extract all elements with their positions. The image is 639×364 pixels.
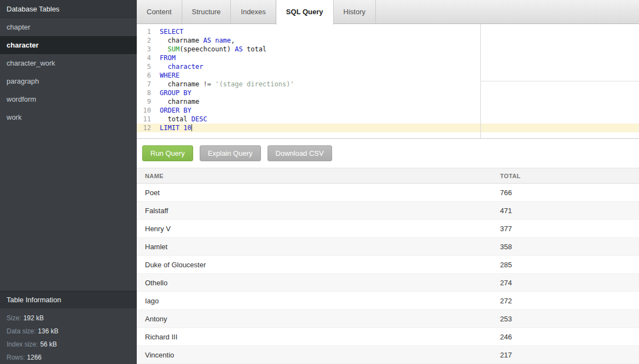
cell-total: 766 — [492, 184, 639, 202]
line-number: 2 — [137, 36, 156, 45]
sidebar: Database Tables chaptercharactercharacte… — [0, 0, 137, 364]
table-row[interactable]: Poet766 — [137, 184, 639, 202]
tab-history[interactable]: History — [334, 0, 376, 24]
editor-line-4[interactable]: 4FROM — [137, 54, 639, 62]
token-kw: WHERE — [160, 72, 179, 79]
column-header-total[interactable]: TOTAL — [492, 168, 639, 184]
tab-indexes[interactable]: Indexes — [231, 0, 276, 24]
token-pl: charname — [160, 37, 203, 44]
table-row[interactable]: Othello274 — [137, 274, 639, 292]
info-label: Rows: — [7, 354, 25, 361]
info-label: Data size: — [7, 327, 36, 335]
line-number: 12 — [137, 124, 156, 132]
line-code: charname != '(stage directions)' — [156, 80, 294, 89]
cell-total: 285 — [492, 256, 639, 274]
explain-query-button[interactable]: Explain Query — [200, 145, 261, 161]
sidebar-spacer — [0, 126, 137, 291]
token-kw: LIMIT — [160, 124, 179, 132]
editor-line-2[interactable]: 2 charname AS name, — [137, 36, 639, 45]
token-pl — [160, 45, 167, 53]
editor-line-10[interactable]: 10ORDER BY — [137, 106, 639, 115]
line-code: charname AS name, — [156, 36, 235, 45]
info-label: Size: — [7, 314, 21, 322]
column-header-name[interactable]: NAME — [137, 168, 492, 184]
sidebar-item-paragraph[interactable]: paragraph — [0, 72, 137, 90]
cell-total: 272 — [492, 292, 639, 310]
token-pl: charname — [160, 98, 199, 105]
tab-bar: ContentStructureIndexesSQL QueryHistory — [137, 0, 639, 24]
sql-editor[interactable]: 1SELECT2 charname AS name,3 SUM(speechco… — [137, 24, 639, 139]
token-op: != — [203, 80, 211, 88]
line-code: WHERE — [156, 71, 179, 80]
sidebar-item-character-work[interactable]: character_work — [0, 54, 137, 72]
table-row[interactable]: Hamlet358 — [137, 238, 639, 256]
tab-structure[interactable]: Structure — [182, 0, 231, 24]
cell-name: Antony — [137, 310, 492, 328]
cell-total: 358 — [492, 238, 639, 256]
cell-total: 246 — [492, 328, 639, 346]
line-code: SUM(speechcount) AS total — [156, 45, 266, 54]
cell-total: 377 — [492, 220, 639, 238]
run-query-button[interactable]: Run Query — [142, 145, 193, 161]
token-str: '(stage directions)' — [215, 80, 294, 88]
sidebar-item-work[interactable]: work — [0, 108, 137, 126]
table-row[interactable]: Iago272 — [137, 292, 639, 310]
sidebar-item-character[interactable]: character — [0, 36, 137, 54]
download-csv-button[interactable]: Download CSV — [268, 145, 332, 161]
line-code: character — [156, 62, 203, 71]
tab-content[interactable]: Content — [137, 0, 182, 24]
cell-name: Henry V — [137, 220, 492, 238]
token-kw: character — [167, 63, 203, 71]
editor-line-11[interactable]: 11 total DESC — [137, 115, 639, 124]
editor-line-3[interactable]: 3 SUM(speechcount) AS total — [137, 45, 639, 54]
editor-line-6[interactable]: 6WHERE — [137, 71, 639, 80]
sidebar-item-chapter[interactable]: chapter — [0, 18, 137, 36]
token-kw: name — [215, 37, 231, 44]
token-pl: (speechcount) — [179, 45, 235, 53]
info-value: 136 kB — [38, 327, 58, 335]
sidebar-item-wordform[interactable]: wordform — [0, 90, 137, 108]
table-row[interactable]: Falstaff471 — [137, 202, 639, 220]
token-kw: ORDER BY — [160, 107, 191, 114]
line-code: total DESC — [156, 115, 207, 124]
line-code: FROM — [156, 54, 176, 62]
token-kw: DESC — [191, 115, 207, 123]
cell-total: 217 — [492, 346, 639, 364]
info-row-index-size-: Index size:56 kB — [7, 338, 130, 351]
info-value: 56 kB — [40, 340, 57, 348]
cell-total: 471 — [492, 202, 639, 220]
table-list: chaptercharactercharacter_workparagraphw… — [0, 18, 137, 126]
tab-sql-query[interactable]: SQL Query — [276, 0, 334, 25]
line-code: GROUP BY — [156, 89, 191, 97]
table-row[interactable]: Antony253 — [137, 310, 639, 328]
cell-name: Falstaff — [137, 202, 492, 220]
line-code: ORDER BY — [156, 106, 191, 115]
token-pl: charname — [160, 80, 203, 88]
line-number: 8 — [137, 89, 156, 97]
cell-total: 274 — [492, 274, 639, 292]
token-pl — [160, 63, 167, 71]
cell-name: Hamlet — [137, 238, 492, 256]
cell-total: 253 — [492, 310, 639, 328]
table-row[interactable]: Duke of Gloucester285 — [137, 256, 639, 274]
editor-line-8[interactable]: 8GROUP BY — [137, 89, 639, 97]
line-number: 10 — [137, 106, 156, 115]
editor-line-1[interactable]: 1SELECT — [137, 27, 639, 36]
line-code: SELECT — [156, 27, 183, 36]
cell-name: Poet — [137, 184, 492, 202]
table-row[interactable]: Richard III246 — [137, 328, 639, 346]
info-row-data-size-: Data size:136 kB — [7, 325, 130, 338]
table-row[interactable]: Vincentio217 — [137, 346, 639, 364]
editor-divider-line — [480, 81, 639, 81]
line-number: 9 — [137, 97, 156, 106]
text-cursor — [191, 124, 192, 131]
sidebar-header: Database Tables — [0, 0, 137, 18]
editor-line-5[interactable]: 5 character — [137, 62, 639, 71]
line-number: 4 — [137, 54, 156, 62]
table-information-header: Table Information — [0, 291, 137, 308]
token-kw: SELECT — [160, 28, 183, 36]
cell-name: Othello — [137, 274, 492, 292]
editor-line-12[interactable]: 12LIMIT 10 — [137, 124, 639, 132]
table-row[interactable]: Henry V377 — [137, 220, 639, 238]
editor-line-9[interactable]: 9 charname — [137, 97, 639, 106]
